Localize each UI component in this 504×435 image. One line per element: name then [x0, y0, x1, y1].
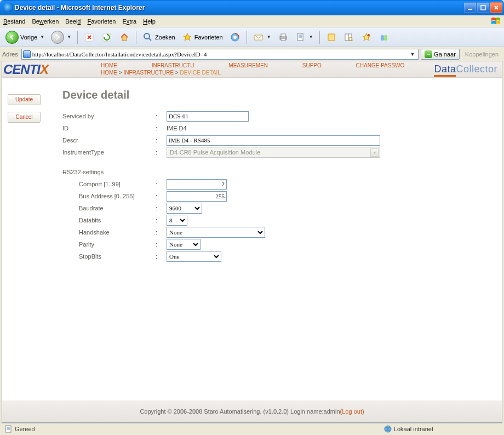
label-serviced-by: Serviced by	[62, 113, 156, 119]
menu-bewerken[interactable]: Bewerken	[32, 18, 59, 25]
input-bus-address[interactable]	[167, 191, 227, 202]
label-id: ID	[62, 125, 156, 131]
centix-logo: CENTIX	[2, 61, 93, 78]
page-icon	[23, 50, 31, 58]
input-descr[interactable]	[167, 135, 380, 146]
window-maximize-button[interactable]	[477, 2, 489, 13]
status-ready: Gereed	[15, 426, 35, 432]
value-id: IME D4	[167, 125, 187, 131]
nav-support[interactable]: SUPPO	[302, 62, 322, 68]
status-zone: Lokaal intranet	[394, 426, 433, 432]
toolbar-separator	[247, 31, 247, 44]
browser-status-bar: Gereed Lokaal intranet	[2, 423, 502, 434]
select-handshake[interactable]: None	[167, 227, 265, 238]
menu-bar: BBestandestand Bewerken Beeld Favorieten…	[0, 15, 504, 27]
nav-measurement[interactable]: MEASUREMEN	[228, 62, 268, 68]
update-button[interactable]: Update	[8, 94, 41, 105]
svg-point-6	[233, 36, 237, 39]
cancel-button[interactable]: Cancel	[8, 112, 41, 123]
nav-infrastructure[interactable]: INFRASTRUCTU	[152, 62, 194, 68]
select-baudrate[interactable]: 9600	[167, 203, 202, 214]
app-header: CENTIX HOME INFRASTRUCTU MEASUREMEN SUPP…	[2, 61, 502, 78]
breadcrumb-home[interactable]: HOME	[101, 70, 117, 76]
logout-link[interactable]: (Log out)	[340, 408, 364, 415]
chevron-down-icon: ▼	[67, 35, 71, 39]
links-label[interactable]: Koppelingen	[465, 51, 499, 58]
svg-rect-21	[5, 426, 11, 432]
breadcrumb-infrastructure[interactable]: INFRASTRUCTURE	[123, 70, 174, 76]
stop-button[interactable]	[82, 30, 97, 45]
nav-change-password[interactable]: CHANGE PASSWO	[356, 62, 405, 68]
search-button[interactable]: Zoeken	[140, 30, 177, 45]
address-bar-row: Adres ▼ → Ga naar Koppelingen	[0, 47, 504, 61]
select-instrument-type: D4-CR8 Pulse Acquisition Module ▾	[167, 147, 380, 158]
back-button[interactable]: Vorige ▼	[3, 30, 47, 45]
footer-copyright: Copyright © 2006-2008 Staro Automatiseri…	[140, 408, 340, 415]
label-rs232-section: RS232-settings	[62, 169, 156, 175]
go-arrow-icon: →	[425, 50, 432, 58]
window-minimize-button[interactable]	[464, 2, 476, 13]
select-databits[interactable]: 8	[167, 215, 187, 226]
page-icon	[5, 425, 13, 433]
print-button[interactable]	[276, 30, 291, 45]
svg-rect-1	[481, 5, 485, 10]
input-comport[interactable]	[167, 179, 227, 190]
chevron-down-icon: ▼	[267, 35, 271, 39]
browser-viewport: CENTIX HOME INFRASTRUCTU MEASUREMEN SUPP…	[2, 61, 502, 423]
page-title: Device detail	[62, 89, 496, 101]
form-area: Device detail Serviced by : ID : IME D4 …	[57, 78, 502, 400]
app-footer: Copyright © 2006-2008 Staro Automatiseri…	[2, 400, 502, 422]
label-bus-address: Bus Address [0..255]	[62, 193, 156, 199]
chevron-down-icon: ▾	[370, 148, 379, 157]
address-input[interactable]	[32, 51, 408, 58]
input-serviced-by[interactable]	[167, 111, 249, 122]
edit-button[interactable]: ▼	[293, 30, 316, 45]
go-button[interactable]: → Ga naar	[421, 49, 460, 60]
favorites-button[interactable]: Favorieten	[180, 30, 225, 45]
window-title: Device detail - Microsoft Internet Explo…	[15, 4, 464, 12]
select-parity[interactable]: None	[167, 239, 201, 250]
refresh-button[interactable]	[99, 30, 114, 45]
menu-help[interactable]: Help	[143, 18, 156, 25]
discuss-button[interactable]	[324, 30, 339, 45]
chevron-down-icon: ▼	[40, 35, 44, 39]
label-comport: Comport [1..99]	[62, 181, 156, 187]
browser-toolbar: Vorige ▼ ▼ Zoeken Favorieten ▼ ▼	[0, 27, 504, 47]
select-stopbits[interactable]: One	[167, 251, 221, 262]
forward-button[interactable]: ▼	[49, 30, 73, 45]
menu-bestand[interactable]: BBestandestand	[3, 18, 25, 25]
top-nav: HOME INFRASTRUCTU MEASUREMEN SUPPO CHANG…	[101, 62, 437, 68]
address-bar[interactable]: ▼	[21, 49, 419, 60]
label-handshake: Handshake	[62, 229, 156, 236]
breadcrumb-current: DEVICE DETAIL	[180, 70, 220, 76]
breadcrumb: HOME > INFRASTRUCTURE > DEVICE DETAIL	[101, 70, 221, 76]
windows-flag-icon	[489, 15, 503, 27]
app-body: Update Cancel Device detail Serviced by …	[2, 78, 502, 400]
menu-favorieten[interactable]: Favorieten	[87, 18, 116, 25]
messenger-button[interactable]	[376, 30, 392, 45]
address-label: Adres	[2, 51, 18, 58]
nav-home[interactable]: HOME	[101, 62, 117, 68]
address-dropdown-icon[interactable]: ▼	[408, 51, 417, 57]
svg-rect-19	[381, 38, 384, 41]
label-databits: Databits	[62, 217, 156, 224]
home-button[interactable]	[117, 30, 132, 45]
mail-button[interactable]: ▼	[251, 30, 273, 45]
favorites-button-label: Favorieten	[194, 34, 223, 41]
svg-rect-13	[345, 34, 348, 41]
media-button[interactable]	[227, 30, 243, 45]
research-button[interactable]	[341, 30, 357, 45]
menu-extra[interactable]: Extra	[122, 18, 136, 25]
menu-beeld[interactable]: Beeld	[65, 18, 81, 25]
back-button-label: Vorige	[20, 34, 37, 41]
window-close-button[interactable]	[490, 2, 502, 13]
side-actions: Update Cancel	[2, 78, 57, 400]
svg-rect-9	[281, 34, 285, 37]
toolbar-separator	[136, 31, 136, 44]
svg-rect-20	[384, 38, 387, 41]
tool-star-button[interactable]	[359, 30, 374, 45]
label-stopbits: StopBits	[62, 253, 156, 260]
label-baudrate: Baudrate	[62, 205, 156, 211]
window-titlebar: Device detail - Microsoft Internet Explo…	[0, 0, 504, 15]
security-zone[interactable]: Lokaal intranet	[384, 425, 433, 433]
